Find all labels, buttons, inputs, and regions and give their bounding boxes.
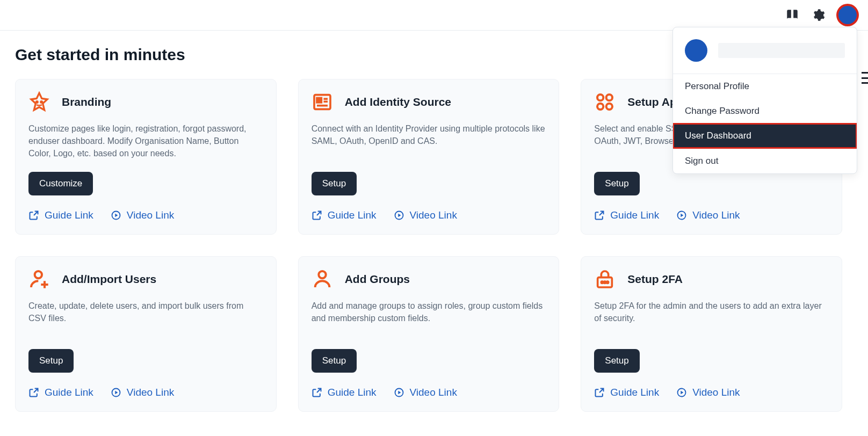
- docs-icon[interactable]: [785, 8, 799, 22]
- svg-rect-4: [317, 98, 321, 103]
- video-link-label: Video Link: [692, 209, 740, 221]
- external-link-icon: [28, 387, 39, 398]
- guide-link-label: Guide Link: [610, 387, 659, 398]
- card-header: Add Identity Source: [312, 91, 546, 113]
- svg-point-9: [597, 95, 603, 100]
- dropdown-profile-header: [673, 27, 857, 74]
- svg-point-10: [606, 95, 612, 100]
- star-icon: [28, 91, 50, 113]
- guide-link-label: Guide Link: [45, 209, 93, 221]
- svg-point-21: [602, 281, 603, 283]
- card-links: Guide Link Video Link: [594, 387, 829, 398]
- svg-point-1: [41, 101, 42, 103]
- svg-point-22: [604, 281, 606, 283]
- card-header: Setup 2FA: [594, 268, 829, 290]
- menu-change-password[interactable]: Change Password: [673, 99, 857, 123]
- play-circle-icon: [111, 387, 121, 398]
- id-source-icon: [312, 91, 333, 113]
- play-circle-icon: [676, 210, 687, 221]
- profile-name-placeholder: [718, 43, 845, 58]
- topbar: [0, 0, 868, 31]
- menu-personal-profile[interactable]: Personal Profile: [673, 74, 857, 99]
- play-circle-icon: [676, 387, 687, 398]
- video-link-label: Video Link: [410, 209, 457, 221]
- video-link[interactable]: Video Link: [676, 387, 740, 398]
- svg-point-0: [37, 101, 38, 103]
- card-title: Setup 2FA: [627, 273, 683, 286]
- guide-link-label: Guide Link: [328, 387, 377, 398]
- setup-button[interactable]: Setup: [594, 172, 639, 195]
- card-description: Connect with an Identity Provider using …: [312, 122, 546, 160]
- external-link-icon: [28, 210, 39, 221]
- card-description: Setup 2FA for the admin and the users to…: [594, 300, 829, 337]
- card-add-users: Add/Import Users Create, update, delete …: [15, 256, 277, 412]
- video-link-label: Video Link: [127, 209, 174, 221]
- guide-link[interactable]: Guide Link: [28, 209, 93, 221]
- video-link-label: Video Link: [127, 387, 174, 398]
- guide-link[interactable]: Guide Link: [312, 387, 377, 398]
- avatar-button[interactable]: [837, 4, 858, 26]
- card-title: Add Groups: [345, 273, 410, 286]
- video-link[interactable]: Video Link: [394, 209, 457, 221]
- user-plus-icon: [28, 268, 50, 290]
- card-links: Guide Link Video Link: [28, 387, 263, 398]
- guide-link[interactable]: Guide Link: [594, 209, 659, 221]
- external-link-icon: [312, 387, 322, 398]
- card-links: Guide Link Video Link: [594, 209, 829, 221]
- play-circle-icon: [111, 210, 121, 221]
- lock-icon: [594, 268, 616, 290]
- card-setup-2fa: Setup 2FA Setup 2FA for the admin and th…: [581, 256, 842, 412]
- video-link[interactable]: Video Link: [394, 387, 457, 398]
- setup-button[interactable]: Setup: [312, 172, 357, 195]
- svg-point-18: [319, 271, 326, 278]
- guide-link[interactable]: Guide Link: [594, 387, 659, 398]
- card-branding: Branding Customize pages like login, reg…: [15, 79, 277, 235]
- video-link[interactable]: Video Link: [111, 387, 174, 398]
- video-link[interactable]: Video Link: [676, 209, 740, 221]
- card-title: Branding: [62, 96, 111, 108]
- setup-button[interactable]: Setup: [312, 349, 357, 373]
- customize-button[interactable]: Customize: [28, 172, 93, 195]
- card-description: Customize pages like login, registration…: [28, 122, 263, 160]
- hamburger-icon[interactable]: [862, 72, 868, 84]
- card-header: Add Groups: [312, 268, 546, 290]
- svg-point-23: [607, 281, 609, 283]
- setup-button[interactable]: Setup: [594, 349, 639, 373]
- guide-link-label: Guide Link: [328, 209, 377, 221]
- play-circle-icon: [394, 210, 404, 221]
- guide-link-label: Guide Link: [610, 209, 659, 221]
- video-link[interactable]: Video Link: [111, 209, 174, 221]
- card-title: Add Identity Source: [345, 96, 451, 108]
- profile-dropdown: Personal Profile Change Password User Da…: [672, 27, 857, 174]
- guide-link-label: Guide Link: [45, 387, 93, 398]
- external-link-icon: [312, 210, 322, 221]
- apps-icon: [594, 91, 616, 113]
- card-title: Add/Import Users: [62, 273, 156, 286]
- avatar-icon: [685, 39, 707, 62]
- card-add-groups: Add Groups Add and manage groups to assi…: [298, 256, 560, 412]
- video-link-label: Video Link: [692, 387, 740, 398]
- svg-point-12: [606, 104, 612, 110]
- setup-button[interactable]: Setup: [28, 349, 74, 373]
- card-header: Branding: [28, 91, 263, 113]
- group-icon: [312, 268, 333, 290]
- card-links: Guide Link Video Link: [28, 209, 263, 221]
- card-description: Add and manage groups to assign roles, g…: [312, 300, 546, 337]
- guide-link[interactable]: Guide Link: [28, 387, 93, 398]
- video-link-label: Video Link: [410, 387, 457, 398]
- gear-icon[interactable]: [811, 8, 825, 22]
- svg-point-14: [35, 271, 42, 278]
- menu-user-dashboard[interactable]: User Dashboard: [673, 123, 857, 148]
- card-identity-source: Add Identity Source Connect with an Iden…: [298, 79, 560, 235]
- guide-link[interactable]: Guide Link: [312, 209, 377, 221]
- card-links: Guide Link Video Link: [312, 387, 546, 398]
- external-link-icon: [594, 387, 605, 398]
- external-link-icon: [594, 210, 605, 221]
- menu-sign-out[interactable]: Sign out: [673, 149, 857, 173]
- card-description: Create, update, delete users, and import…: [28, 300, 263, 337]
- card-links: Guide Link Video Link: [312, 209, 546, 221]
- svg-point-11: [597, 104, 603, 110]
- card-header: Add/Import Users: [28, 268, 263, 290]
- play-circle-icon: [394, 387, 404, 398]
